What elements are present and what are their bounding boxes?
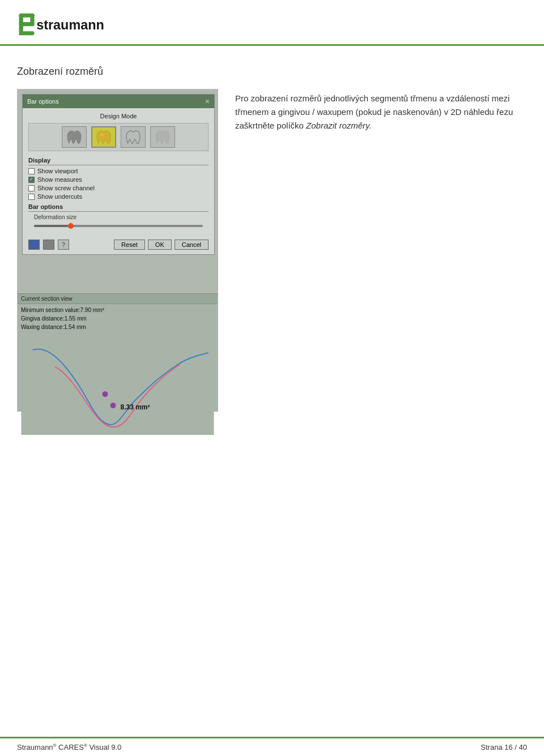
bar-options-subsection: Bar options Deformation size [28,203,209,227]
section-view-canvas: 8.33 mm² [18,333,218,435]
section-view: Current section view Minimum section val… [18,293,218,411]
display-section-label: Display [28,157,209,165]
dialog-title: Bar options [27,98,59,105]
main-content: Zobrazení rozměrů Bar options × Design M… [0,46,544,429]
stat-min-section: Minimum section value:7.90 mm² [21,306,214,314]
page-title: Zobrazení rozměrů [17,66,527,78]
slider-thumb[interactable] [68,223,74,229]
content-row: Bar options × Design Mode [17,89,527,412]
stat-waxing: Waxing distance:1.54 mm [21,323,214,331]
ui-screenshot: Bar options × Design Mode [17,89,218,412]
checkbox-measures-box[interactable] [28,177,35,183]
section-curves-svg: 8.33 mm² [18,333,218,435]
straumann-logo: straumann [17,10,119,39]
svg-rect-2 [22,333,214,435]
footer-content: Straumann® CARES® Visual 9.0 Strana 16 /… [0,738,544,756]
checkbox-show-undercuts[interactable]: Show undercuts [28,193,209,200]
icon-btn-2[interactable] [91,126,116,148]
checkbox-viewport-box[interactable] [28,168,35,174]
dialog-titlebar: Bar options × [23,95,214,108]
section-view-stats: Minimum section value:7.90 mm² Gingiva d… [18,304,218,333]
checkbox-undercuts-box[interactable] [28,194,35,200]
icon-btn-3[interactable] [121,126,146,148]
logo-container: straumann [17,10,119,39]
checkbox-measures-label: Show measures [37,176,82,183]
checkbox-screw-label: Show screw channel [37,185,95,191]
icon-btn-1[interactable] [62,126,87,148]
dialog-actions: ? Reset OK Cancel [23,236,214,254]
svg-text:straumann: straumann [36,18,104,32]
dialog-close-button[interactable]: × [205,97,210,106]
design-mode-label: Design Mode [28,113,209,119]
action-icon-help[interactable]: ? [58,240,69,250]
footer-left: Straumann® CARES® Visual 9.0 [17,743,121,751]
header: straumann [0,0,544,44]
checkbox-undercuts-label: Show undercuts [37,193,82,200]
slider-container[interactable] [34,225,203,227]
deformation-label: Deformation size [34,214,209,220]
svg-point-4 [110,403,116,408]
description-text: Pro zobrazení rozměrů jednotlivých segme… [235,89,527,133]
checkbox-show-screw[interactable]: Show screw channel [28,185,209,191]
slider-track[interactable] [34,225,203,227]
section-view-title: Current section view [18,294,218,304]
svg-point-1 [100,134,104,136]
dialog-button-group: Reset OK Cancel [114,240,209,250]
action-icon-blue[interactable] [28,240,40,250]
dialog-body: Design Mode [23,108,214,236]
cancel-button[interactable]: Cancel [175,240,209,250]
checkbox-show-measures[interactable]: Show measures [28,176,209,183]
slider-fill [34,225,68,227]
bar-options-section-label: Bar options [28,203,209,212]
description-text-part1: Pro zobrazení rozměrů jednotlivých segme… [235,93,513,130]
checkbox-screw-box[interactable] [28,185,35,191]
icon-btn-4[interactable] [150,126,175,148]
description-italic: Zobrazit rozměry. [306,121,372,130]
svg-point-3 [103,391,108,397]
icon-row [28,123,209,151]
stat-gingiva: Gingiva distance:1.55 mm [21,314,214,323]
bar-options-dialog: Bar options × Design Mode [22,94,215,255]
reset-button[interactable]: Reset [114,240,145,250]
checkbox-viewport-label: Show viewport [37,168,78,174]
measurement-label: 8.33 mm² [121,403,150,411]
footer-right: Strana 16 / 40 [481,743,527,751]
footer: Straumann® CARES® Visual 9.0 Strana 16 /… [0,737,544,756]
action-icon-gray[interactable] [43,240,54,250]
ok-button[interactable]: OK [148,240,172,250]
checkbox-show-viewport[interactable]: Show viewport [28,168,209,174]
